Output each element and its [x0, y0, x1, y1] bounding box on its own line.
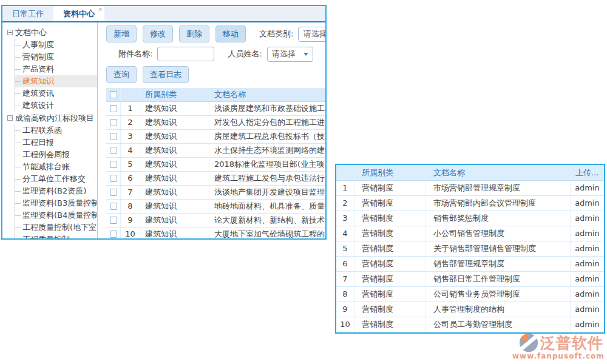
- row-checkbox[interactable]: [110, 231, 117, 238]
- main-content: 新增修改删除移动 文档类别: 请选择 文档 附件名称: 人员姓名: 请选择 上传…: [98, 22, 325, 238]
- tree-item[interactable]: 分工单位工作移交: [15, 173, 97, 185]
- tree-item[interactable]: 监理资料(B2资质): [15, 185, 97, 197]
- row-checkbox[interactable]: [110, 147, 117, 154]
- tree-item[interactable]: 监理资料(B4质量控制): [15, 209, 97, 221]
- table-row[interactable]: 9建筑知识论大厦新材料、新结构、新技术，新工...: [106, 214, 325, 228]
- table-row[interactable]: 8建筑知识地砖地面材料、机具准备、质量要求及...: [106, 200, 325, 214]
- row-category: 建筑知识: [140, 228, 209, 238]
- tree-item[interactable]: 节能减排台账: [15, 161, 97, 173]
- row-checkbox[interactable]: [110, 133, 117, 140]
- row-index: 1: [336, 181, 354, 195]
- tree-connector: [15, 81, 21, 82]
- documents-table-body: 1建筑知识浅谈房屋建筑和市政基础设施工程施工...2建筑知识对发包人指定分包的工…: [106, 102, 325, 238]
- query-button[interactable]: 查询: [106, 66, 137, 83]
- tree-item[interactable]: 建筑知识: [15, 75, 97, 87]
- collapse-icon: −: [7, 30, 13, 35]
- table-row[interactable]: 1建筑知识浅谈房屋建筑和市政基础设施工程施工...: [106, 102, 325, 116]
- table-row[interactable]: 6建筑知识建筑工程施工发包与承包违法行为认定...: [106, 172, 325, 186]
- table-row[interactable]: 5营销制度关于销售部管理销售管理制度admin: [336, 241, 604, 257]
- row-doc-name: 浅谈地产集团开发建设项目监理规划编...: [209, 186, 325, 199]
- table-row[interactable]: 6营销制度销售部管理规章制度admin: [336, 257, 604, 272]
- person-name-select[interactable]: 请选择: [267, 47, 313, 62]
- table-row[interactable]: 1营销制度市场营销部管理规章制度admin: [336, 181, 604, 196]
- tree-connector: [15, 179, 21, 180]
- table-row[interactable]: 10建筑知识大厦地下室加气砼墙砌筑工程的施工方...: [106, 228, 325, 238]
- row-index: 6: [121, 172, 140, 185]
- tree-item[interactable]: 工程日报: [15, 136, 97, 149]
- tree-connector: [15, 143, 21, 143]
- tree-item[interactable]: 营销制度: [15, 51, 97, 63]
- tree-item[interactable]: 工程联系函: [15, 124, 97, 136]
- tree-item[interactable]: 产品资料: [15, 63, 97, 75]
- row-checkbox[interactable]: [110, 189, 117, 196]
- table-row[interactable]: 4营销制度小公司销售管理制度admin: [336, 226, 604, 241]
- tree-root-item[interactable]: −成渝高铁内江标段项目: [7, 112, 97, 124]
- tab-daily-work[interactable]: 日常工作: [2, 6, 53, 21]
- tree-item-label: 工程日报: [22, 137, 54, 148]
- tree-item[interactable]: 建筑设计: [15, 99, 97, 112]
- row-uploader: admin: [571, 257, 604, 271]
- row-doc-name: 市场营销部内部会议管理制度: [426, 196, 571, 211]
- row-checkbox[interactable]: [110, 217, 117, 224]
- table-row[interactable]: 2建筑知识对发包人指定分包的工程施工进度安排...: [106, 116, 325, 130]
- close-icon[interactable]: ×: [98, 7, 103, 12]
- tree-item[interactable]: 监理资料(B3质量控制): [15, 197, 97, 209]
- row-checkbox[interactable]: [110, 105, 117, 112]
- row-checkbox[interactable]: [110, 203, 117, 210]
- add-button[interactable]: 新增: [106, 25, 137, 42]
- table-row[interactable]: 5建筑知识2018标准化监理项目部(业主项目部)人员...: [106, 158, 325, 172]
- row-index: 10: [121, 228, 140, 238]
- table-row[interactable]: 10营销制度公司员工考勤管理制度admin: [336, 317, 604, 332]
- move-button[interactable]: 移动: [215, 25, 246, 42]
- select-all-checkbox[interactable]: [110, 91, 117, 98]
- tree-item-label: 建筑知识: [22, 76, 54, 87]
- tree-item[interactable]: 工程例会周报: [15, 149, 97, 161]
- row-doc-name: 地砖地面材料、机具准备、质量要求及...: [209, 200, 325, 213]
- tab-data-center[interactable]: 资料中心×: [53, 6, 104, 21]
- row-index: 7: [121, 186, 140, 199]
- row-checkbox[interactable]: [110, 119, 117, 126]
- delete-button[interactable]: 删除: [179, 25, 209, 42]
- row-index: 8: [121, 200, 140, 213]
- row-doc-name: 房屋建筑工程总承包投标书（技术标）...: [209, 130, 325, 143]
- tree-item-label: 监理资料(B3质量控制): [22, 198, 97, 209]
- edit-button[interactable]: 修改: [143, 25, 173, 42]
- row-doc-name: 小公司销售管理制度: [426, 226, 571, 241]
- tree-connector: [15, 203, 21, 204]
- tab-label: 资料中心: [63, 8, 95, 19]
- row-uploader: admin: [571, 302, 604, 317]
- tree-item-label: 监理资料(B2资质): [22, 186, 86, 197]
- tree-item-label: 工程联系函: [22, 125, 62, 136]
- doc-category-select[interactable]: 请选择: [298, 27, 325, 42]
- table-row[interactable]: 3营销制度销售部奖惩制度admin: [336, 211, 604, 226]
- row-checkbox[interactable]: [110, 161, 117, 168]
- row-category: 营销制度: [354, 211, 426, 226]
- tree-connector: [15, 155, 21, 155]
- header-uploader: 上传...: [571, 165, 604, 180]
- row-uploader: admin: [571, 272, 604, 286]
- table-row[interactable]: 9营销制度人事管理制度的结构admin: [336, 302, 604, 317]
- tree-item-label: 营销制度: [22, 52, 54, 62]
- table-row[interactable]: 7营销制度销售部日常工作管理制度admin: [336, 272, 604, 287]
- table-row[interactable]: 7建筑知识浅谈地产集团开发建设项目监理规划编...: [106, 186, 325, 200]
- tree-item[interactable]: 建筑资讯: [15, 87, 97, 99]
- row-category: 营销制度: [354, 317, 426, 332]
- row-checkbox[interactable]: [110, 175, 117, 182]
- table-row[interactable]: 2营销制度市场营销部内部会议管理制度admin: [336, 196, 604, 211]
- attachment-name-input[interactable]: [157, 47, 214, 61]
- tree-item[interactable]: 人事制度: [15, 39, 97, 51]
- tree-item[interactable]: 工程质量控制: [15, 234, 97, 238]
- tree-root-item[interactable]: −文档中心: [7, 26, 97, 39]
- row-index: 1: [121, 102, 140, 115]
- tree-item[interactable]: 工程质量控制(地下室): [15, 221, 97, 234]
- row-index: 2: [336, 196, 354, 211]
- view-log-button[interactable]: 查看日志: [143, 66, 189, 83]
- brand-name: 泛普软件: [540, 333, 603, 353]
- table-row[interactable]: 3建筑知识房屋建筑工程总承包投标书（技术标）...: [106, 130, 325, 144]
- table-row[interactable]: 4建筑知识水土保持生态环境监测网络的建设与资...: [106, 144, 325, 158]
- row-doc-name: 销售部奖惩制度: [426, 211, 571, 226]
- row-category: 营销制度: [354, 302, 426, 317]
- row-category: 营销制度: [354, 287, 426, 302]
- table-row[interactable]: 8营销制度公司销售业务员管理制度admin: [336, 287, 604, 302]
- tree-item-label: 建筑资讯: [22, 88, 54, 99]
